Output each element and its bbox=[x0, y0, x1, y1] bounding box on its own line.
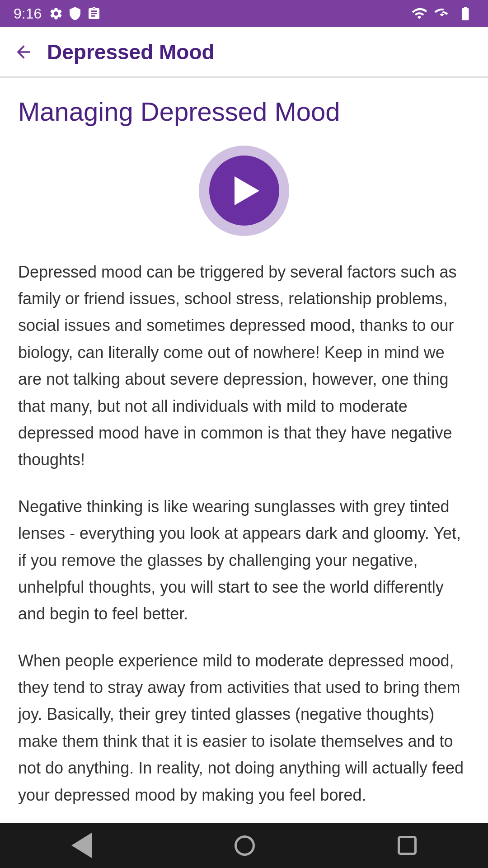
back-button[interactable] bbox=[14, 42, 33, 62]
status-time: 9:16 bbox=[14, 5, 42, 22]
status-bar-icons bbox=[49, 6, 101, 21]
video-container bbox=[18, 146, 470, 236]
gear-icon bbox=[49, 6, 63, 21]
nav-home-button[interactable] bbox=[235, 835, 255, 856]
status-bar-left: 9:16 bbox=[14, 5, 101, 22]
paragraph-3: When people experience mild to moderate … bbox=[18, 647, 470, 808]
play-button[interactable] bbox=[199, 146, 289, 236]
battery-icon bbox=[456, 5, 474, 22]
content-area: Managing Depressed Mood Depressed mood c… bbox=[0, 78, 488, 868]
play-triangle-icon bbox=[235, 176, 259, 205]
app-bar-title: Depressed Mood bbox=[47, 40, 215, 64]
status-bar-right bbox=[411, 5, 474, 22]
status-bar: 9:16 bbox=[0, 0, 488, 27]
nav-back-icon bbox=[71, 833, 92, 858]
wifi-icon bbox=[411, 5, 427, 22]
nav-home-icon bbox=[235, 835, 255, 856]
play-button-inner bbox=[209, 156, 279, 226]
signal-icon bbox=[434, 5, 450, 22]
nav-recent-icon bbox=[398, 836, 417, 855]
back-arrow-icon bbox=[14, 42, 33, 62]
nav-back-button[interactable] bbox=[71, 833, 92, 858]
paragraph-2: Negative thinking is like wearing sungla… bbox=[18, 493, 470, 627]
app-bar: Depressed Mood bbox=[0, 27, 488, 77]
nav-recent-button[interactable] bbox=[398, 836, 417, 855]
page-title: Managing Depressed Mood bbox=[18, 96, 470, 127]
clipboard-icon bbox=[87, 6, 101, 21]
shield-icon bbox=[68, 6, 82, 21]
main-content: Managing Depressed Mood Depressed mood c… bbox=[0, 78, 488, 853]
paragraph-1: Depressed mood can be triggered by sever… bbox=[18, 259, 470, 473]
nav-bar bbox=[0, 823, 488, 868]
